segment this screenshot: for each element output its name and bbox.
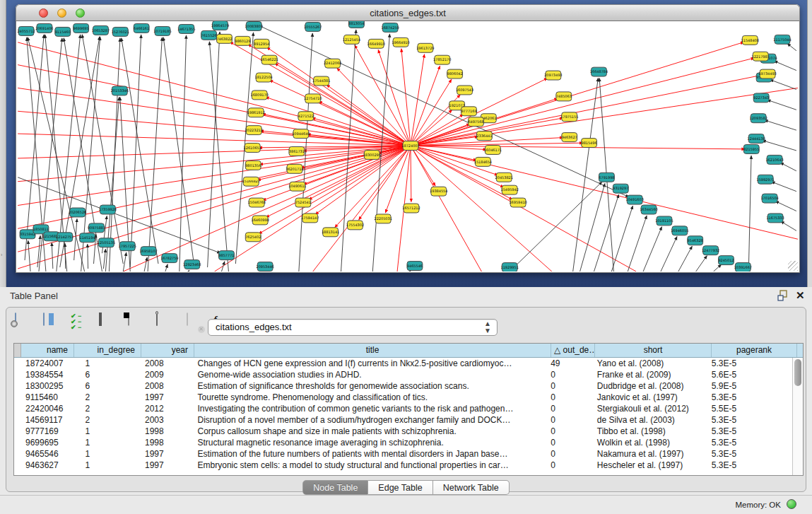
divider-collapse-handle[interactable]: › bbox=[1, 252, 5, 259]
cited-node[interactable]: 15166827 bbox=[242, 177, 260, 186]
column-header-year[interactable]: year bbox=[141, 344, 194, 357]
leaf-node[interactable]: 24055712 bbox=[17, 26, 35, 35]
cited-node[interactable]: 15046768 bbox=[248, 198, 266, 207]
cited-node[interactable]: 6497568 bbox=[468, 117, 483, 127]
table-row[interactable]: 969969511998Structural magnetic resonanc… bbox=[14, 437, 792, 448]
table-row[interactable]: 1830029562008Estimation of significance … bbox=[14, 380, 792, 392]
leaf-node[interactable]: 12923468 bbox=[183, 260, 201, 269]
cited-node[interactable]: 10944649 bbox=[292, 129, 310, 139]
table-row[interactable]: 977716911998Corpus callosum shape and si… bbox=[14, 426, 792, 437]
leaf-node[interactable]: 6466161 bbox=[134, 23, 149, 33]
delete-column-icon[interactable] bbox=[156, 313, 175, 332]
cited-node[interactable]: 7625402 bbox=[245, 233, 261, 242]
leaf-node[interactable]: 10191105 bbox=[655, 216, 673, 226]
table-scrollbar-thumb[interactable] bbox=[794, 359, 801, 386]
cited-node[interactable]: 19613729 bbox=[416, 43, 434, 52]
leaf-node[interactable]: 12444138 bbox=[748, 134, 765, 144]
cited-node[interactable]: 15184654 bbox=[474, 157, 492, 166]
cited-node[interactable]: 16546221 bbox=[260, 55, 278, 64]
cited-node[interactable]: 20453821 bbox=[495, 173, 513, 182]
leaf-node[interactable]: 12142757 bbox=[56, 233, 73, 242]
leaf-node[interactable]: 16782759 bbox=[160, 254, 178, 263]
leaf-node[interactable]: 11175044 bbox=[773, 35, 791, 44]
leaf-node[interactable]: 16648784 bbox=[590, 67, 608, 76]
create-column-icon[interactable] bbox=[128, 313, 146, 332]
cited-node[interactable]: 17852170 bbox=[433, 55, 451, 64]
leaf-node[interactable]: 10719185 bbox=[153, 26, 171, 35]
cited-node[interactable]: 9777169 bbox=[461, 107, 476, 116]
leaf-node[interactable]: 20206526 bbox=[69, 208, 86, 217]
memory-status-icon[interactable] bbox=[787, 499, 796, 509]
table-row[interactable]: 946554611997Estimation of the future num… bbox=[14, 448, 792, 460]
cited-node[interactable]: 10490611 bbox=[288, 182, 306, 191]
leaf-node[interactable]: 10653287 bbox=[92, 25, 110, 35]
leaf-node[interactable]: 9319297 bbox=[613, 184, 628, 193]
column-header-out_degree[interactable]: △ out_de… bbox=[551, 344, 595, 357]
leaf-node[interactable]: 9245012 bbox=[718, 256, 734, 265]
cited-node[interactable]: 12754710 bbox=[304, 94, 322, 103]
network-view-window[interactable]: citations_edges.txt 18724007240557122069… bbox=[16, 4, 800, 273]
leaf-node[interactable]: 19864579 bbox=[211, 21, 229, 30]
leaf-node[interactable]: 11675333 bbox=[766, 214, 784, 223]
cited-node[interactable]: 20973493 bbox=[544, 71, 562, 80]
cited-node[interactable]: 17594147 bbox=[301, 214, 319, 223]
cited-node[interactable]: 9806042 bbox=[447, 69, 463, 78]
cited-node[interactable]: 17975155 bbox=[560, 112, 578, 122]
column-header-pagerank[interactable]: pagerank bbox=[712, 344, 797, 357]
cited-node[interactable]: 7524541 bbox=[295, 198, 311, 207]
leaf-node[interactable]: 9115460 bbox=[55, 27, 71, 36]
leaf-node[interactable]: 10083809 bbox=[245, 21, 263, 30]
cited-node[interactable]: 9463627 bbox=[562, 133, 577, 142]
leaf-node[interactable]: 10555267 bbox=[304, 22, 322, 31]
cited-node[interactable]: 16046171 bbox=[484, 146, 502, 155]
leaf-node[interactable]: 10391667 bbox=[734, 263, 752, 271]
leaf-node[interactable]: 7615526 bbox=[201, 30, 217, 40]
cited-node[interactable]: 16959410 bbox=[509, 198, 526, 207]
leaf-node[interactable]: 16344560 bbox=[640, 205, 657, 214]
cited-node[interactable]: 2336441 bbox=[476, 132, 492, 141]
leaf-node[interactable]: 20953446 bbox=[256, 262, 273, 271]
cited-node[interactable]: 18813141 bbox=[322, 228, 339, 237]
leaf-node[interactable]: 12477932 bbox=[702, 246, 719, 255]
leaf-node[interactable]: 20153346 bbox=[111, 86, 129, 95]
cited-node[interactable]: 15495942 bbox=[501, 185, 519, 194]
float-panel-icon[interactable] bbox=[777, 290, 790, 301]
cited-node[interactable]: 16571212 bbox=[402, 204, 420, 213]
citation-network-graph[interactable]: 1872400724055712206914069115460969969510… bbox=[16, 21, 799, 271]
leaf-node[interactable]: 8813054 bbox=[348, 21, 364, 28]
cited-node[interactable]: 7463822 bbox=[216, 34, 232, 43]
leaf-node[interactable]: 11929951 bbox=[501, 263, 519, 271]
row-checklist-icon[interactable]: ✔ −✔ −✔ − bbox=[71, 313, 89, 332]
column-header-short[interactable]: short bbox=[595, 344, 712, 357]
leaf-node[interactable]: 10491603 bbox=[626, 195, 644, 204]
cited-node[interactable]: 19861912 bbox=[247, 108, 265, 117]
cited-node[interactable]: 12125454 bbox=[343, 35, 360, 44]
cited-node[interactable]: 17554302 bbox=[346, 221, 364, 230]
cited-node[interactable]: 17544381 bbox=[312, 76, 330, 86]
cited-node[interactable]: 16460998 bbox=[252, 216, 269, 225]
leaf-node[interactable]: 8215955 bbox=[743, 145, 759, 154]
window-titlebar[interactable]: citations_edges.txt bbox=[16, 4, 800, 21]
cited-node[interactable]: 9801356 bbox=[245, 160, 261, 170]
leaf-node[interactable]: 9227343 bbox=[753, 93, 769, 103]
leaf-node[interactable]: 17957225 bbox=[119, 242, 136, 251]
leaf-node[interactable]: 17359928 bbox=[99, 205, 117, 214]
cited-node[interactable]: 16809170 bbox=[251, 90, 269, 100]
leaf-node[interactable]: 16874259 bbox=[381, 23, 399, 32]
table-row[interactable]: 1938455462009Genome-wide association stu… bbox=[14, 369, 792, 380]
leaf-node[interactable]: 12093582 bbox=[750, 114, 767, 123]
leaf-node[interactable]: 9465546 bbox=[407, 262, 423, 271]
cited-node[interactable]: 8912954 bbox=[254, 39, 269, 48]
cited-node[interactable]: 16097543 bbox=[456, 86, 473, 95]
table-row[interactable]: 1872400712008Changes of HCN gene express… bbox=[14, 358, 792, 369]
left-panel-divider[interactable]: › bbox=[0, 0, 6, 287]
cited-node[interactable]: 19384554 bbox=[430, 187, 447, 196]
leaf-node[interactable]: 16946055 bbox=[671, 226, 688, 235]
cited-node[interactable]: 19734493 bbox=[758, 69, 776, 78]
tab-network-table[interactable]: Network Table bbox=[433, 480, 510, 495]
cited-node[interactable]: 22412068 bbox=[324, 59, 341, 68]
table-row[interactable]: 911546021997Tourette syndrome. Phenomeno… bbox=[14, 392, 792, 403]
table-options-icon[interactable] bbox=[13, 313, 32, 332]
leaf-node[interactable]: 15276021 bbox=[112, 27, 129, 36]
network-table-selector[interactable]: citations_edges.txt ▲▼ bbox=[208, 319, 498, 336]
